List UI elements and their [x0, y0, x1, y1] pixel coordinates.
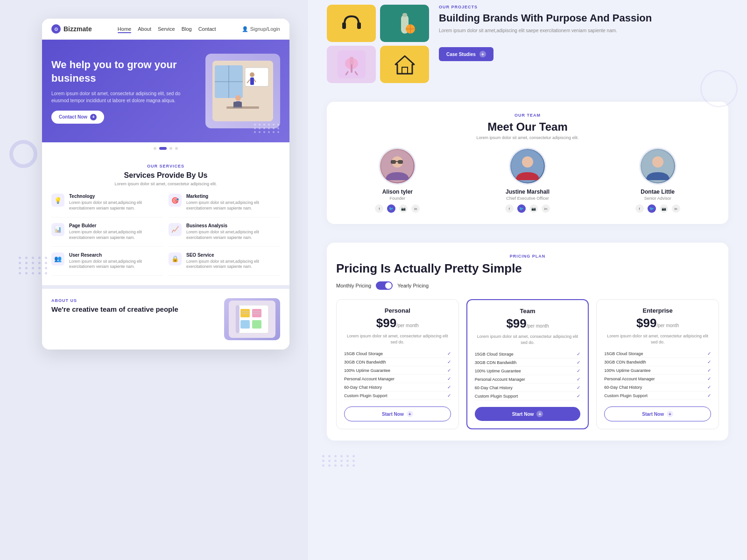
team-member-alison: Alison tyler Founder f 🐦 📷 in [336, 147, 459, 213]
nav-links: Home About Service Blog Contact [101, 26, 233, 32]
nav-link-blog[interactable]: Blog [182, 26, 192, 32]
feature-item: Personal Account Manager✓ [344, 375, 451, 383]
marketing-icon: 🎯 [169, 194, 182, 207]
monthly-label: Monthly Pricing [336, 283, 371, 288]
team-name: Team [475, 308, 581, 315]
pag-dot-2[interactable] [159, 147, 167, 150]
team-features: 15GB Cloud Storage✓ 30GB CDN Bandwidth✓ … [475, 350, 581, 400]
service-user-research-name: User Research [69, 252, 163, 258]
bg-decoration-circle [700, 70, 738, 107]
svg-rect-18 [240, 309, 250, 317]
hero-section: We help you to grow your business Lorem … [42, 40, 289, 142]
team-member-justine: Justine Marshall Chief Executive Officer… [466, 147, 589, 213]
hero-illustration [212, 61, 273, 121]
dontae-avatar [639, 147, 677, 185]
team-desc: Lorem ipsum dolor sit amet, consectetur … [475, 334, 581, 345]
nav-link-service[interactable]: Service [158, 26, 175, 32]
about-label: ABOUT US [51, 298, 215, 303]
feature-item: Personal Account Manager✓ [604, 375, 711, 383]
feature-item: Custom Plugin Support✓ [604, 392, 711, 400]
feature-item: 30GB CDN Bandwidth✓ [604, 358, 711, 366]
alison-avatar [379, 147, 416, 185]
svg-point-50 [522, 156, 533, 168]
svg-rect-46 [391, 160, 396, 164]
personal-features: 15GB Cloud Storage✓ 30GB CDN Bandwidth✓ … [344, 350, 451, 400]
enterprise-desc: Lorem ipsum dolor sit amet, consectetur … [604, 333, 711, 345]
svg-rect-27 [342, 22, 346, 29]
dontae-instagram-icon[interactable]: 📷 [660, 204, 668, 213]
team-desc: Lorem ipsum dolor sit amet, consectetur … [336, 135, 719, 140]
dontae-facebook-icon[interactable]: f [635, 204, 644, 213]
project-image-headphones [327, 5, 376, 42]
justine-linkedin-icon[interactable]: in [542, 204, 550, 213]
service-marketing-name: Marketing [186, 194, 280, 199]
dontae-twitter-icon[interactable]: 🐦 [648, 204, 656, 213]
personal-btn-plus-icon: + [407, 411, 413, 417]
service-business-analysis-name: Business Analysis [186, 223, 280, 228]
about-title: We're creative team of creative people [51, 305, 215, 314]
pag-dot-1[interactable] [154, 147, 156, 150]
nav-link-contact[interactable]: Contact [198, 26, 216, 32]
justine-name: Justine Marshall [466, 189, 589, 195]
nav-logo: ⊙ Bizzmate [51, 24, 92, 34]
feature-item: 15GB Cloud Storage✓ [344, 350, 451, 358]
svg-rect-40 [350, 57, 353, 64]
enterprise-start-button[interactable]: Start Now + [604, 406, 711, 421]
pricing-personal: Personal $99/per month Lorem ipsum dolor… [336, 299, 459, 429]
page-builder-icon: 📊 [51, 223, 64, 236]
feature-item: Personal Account Manager✓ [475, 375, 581, 384]
justine-twitter-icon[interactable]: 🐦 [517, 204, 526, 213]
justine-facebook-icon[interactable]: f [505, 204, 514, 213]
dontae-role: Senior Advisor [596, 196, 719, 201]
pag-dot-3[interactable] [169, 147, 172, 150]
feature-item: 15GB Cloud Storage✓ [604, 350, 711, 358]
enterprise-price: $99/per month [604, 316, 711, 330]
case-studies-button[interactable]: Case Studies + [439, 47, 493, 61]
dontae-linkedin-icon[interactable]: in [672, 204, 680, 213]
personal-start-button[interactable]: Start Now + [344, 406, 451, 421]
dontae-social: f 🐦 📷 in [596, 204, 719, 213]
hero-dots-decoration [254, 124, 280, 133]
pag-dot-4[interactable] [175, 147, 178, 150]
nav-link-home[interactable]: Home [118, 26, 131, 32]
svg-rect-13 [233, 102, 242, 107]
svg-point-10 [235, 95, 241, 101]
alison-facebook-icon[interactable]: f [375, 204, 383, 213]
yearly-label: Yearly Pricing [397, 283, 429, 288]
hero-description: Lorem ipsum dolor sit amet, consectetur … [51, 90, 196, 104]
contact-now-button[interactable]: Contact Now + [51, 111, 104, 124]
alison-linkedin-icon[interactable]: in [411, 204, 420, 213]
enterprise-btn-plus-icon: + [667, 411, 673, 417]
service-technology-name: Technology [69, 194, 163, 199]
nav-signup[interactable]: 👤 Signup/Login [242, 26, 280, 32]
team-title: Meet Our Team [336, 120, 719, 133]
feature-item: Custom Plugin Support✓ [344, 392, 451, 400]
alison-social: f 🐦 📷 in [336, 204, 459, 213]
feature-item: 100% Uptime Guarantee✓ [604, 366, 711, 375]
services-grid: 💡 Technology Lorem ipsum dolor sit amet,… [51, 194, 280, 276]
services-label: OUR SERVICES [51, 164, 280, 168]
nav-bar: ⊙ Bizzmate Home About Service Blog Conta… [42, 19, 289, 40]
svg-rect-5 [245, 68, 268, 86]
service-seo-desc: Lorem ipsum dolor sit amet,adipiscing el… [186, 259, 280, 270]
feature-item: 100% Uptime Guarantee✓ [475, 367, 581, 375]
projects-text: OUR PROJECTS Building Brands With Purpos… [439, 5, 728, 83]
alison-role: Founder [336, 196, 459, 201]
alison-twitter-icon[interactable]: 🐦 [387, 204, 395, 213]
nav-link-about[interactable]: About [138, 26, 151, 32]
justine-instagram-icon[interactable]: 📷 [529, 204, 538, 213]
personal-desc: Lorem ipsum dolor sit amet, consectetur … [344, 333, 451, 345]
team-start-button[interactable]: Start Now + [475, 407, 581, 421]
bg-decoration-dots [322, 455, 356, 467]
alison-instagram-icon[interactable]: 📷 [399, 204, 408, 213]
feature-item: 100% Uptime Guarantee✓ [344, 366, 451, 375]
feature-item: 30GB CDN Bandwidth✓ [344, 358, 451, 366]
hero-image [205, 54, 280, 128]
service-seo-name: SEO Service [186, 252, 280, 258]
project-image-house [380, 46, 429, 83]
about-illustration [229, 301, 275, 338]
pricing-label: PRICING PLAN [336, 254, 719, 259]
personal-price: $99/per month [344, 316, 451, 330]
service-page-builder-desc: Lorem ipsum dolor sit amet,adipiscing el… [69, 230, 163, 241]
pricing-toggle-switch[interactable] [376, 281, 393, 290]
